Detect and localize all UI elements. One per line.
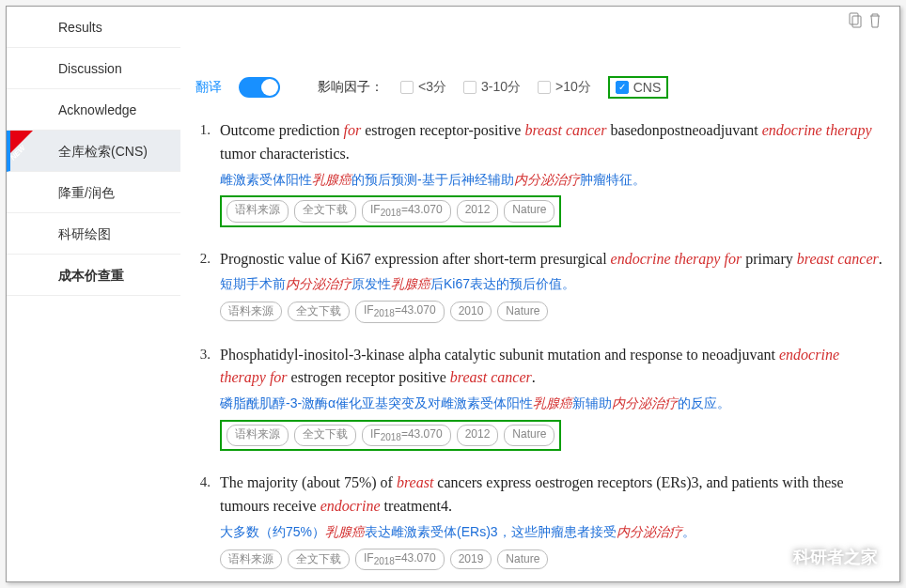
sidebar: ResultsDiscussionAcknowledge全库检索(CNS)NEW… xyxy=(7,7,180,581)
svg-rect-0 xyxy=(850,13,858,24)
result-item: 3. Phosphatidyl-inositol-3-kinase alpha … xyxy=(192,344,883,452)
result-tag[interactable]: 语料来源 xyxy=(220,549,282,569)
sidebar-item-0[interactable]: Results xyxy=(7,7,180,48)
result-translation: 磷脂酰肌醇-3-激酶α催化亚基突变及对雌激素受体阳性乳腺癌新辅助内分泌治疗的反应… xyxy=(220,394,883,414)
sidebar-item-1[interactable]: Discussion xyxy=(7,48,180,89)
result-tag[interactable]: 2019 xyxy=(450,549,492,569)
filter-opt-gt10[interactable]: >10分 xyxy=(538,79,591,96)
result-tag[interactable]: 2010 xyxy=(450,302,492,321)
sidebar-item-5[interactable]: 科研绘图 xyxy=(7,213,180,255)
filter-opt-cns[interactable]: CNS xyxy=(616,80,662,95)
filter-bar: 翻译 影响因子： <3分 3-10分 >10分 CNS xyxy=(192,76,883,99)
result-number: 3. xyxy=(192,344,211,452)
result-item: 1. Outcome prediction for estrogen recep… xyxy=(192,119,883,227)
tags-highlight-box: 语料来源全文下载IF2018=43.0702012Nature xyxy=(220,420,561,451)
result-tags: 语料来源全文下载IF2018=43.0702012Nature xyxy=(220,420,883,451)
cns-highlight-box: CNS xyxy=(608,76,669,99)
tags-highlight-box: 语料来源全文下载IF2018=43.0702012Nature xyxy=(220,195,561,226)
results-list: 1. Outcome prediction for estrogen recep… xyxy=(192,119,883,570)
result-tag[interactable]: 全文下载 xyxy=(288,549,350,569)
result-tag[interactable]: 全文下载 xyxy=(288,302,350,321)
result-number: 2. xyxy=(192,248,211,323)
app-frame: ResultsDiscussionAcknowledge全库检索(CNS)NEW… xyxy=(6,6,900,582)
sidebar-item-3[interactable]: 全库检索(CNS)NEW xyxy=(7,131,180,172)
result-tags: 语料来源全文下载IF2018=43.0702019Nature xyxy=(220,549,883,570)
result-item: 2. Prognostic value of Ki67 expression a… xyxy=(192,248,883,323)
result-number: 4. xyxy=(192,472,211,570)
result-title[interactable]: The majority (about 75%) of breast cance… xyxy=(220,472,883,518)
result-title[interactable]: Prognostic value of Ki67 expression afte… xyxy=(220,248,883,271)
sidebar-item-2[interactable]: Acknowledge xyxy=(7,89,180,131)
filter-opt-lt3[interactable]: <3分 xyxy=(400,79,446,96)
result-number: 1. xyxy=(192,119,211,227)
result-title[interactable]: Phosphatidyl-inositol-3-kinase alpha cat… xyxy=(220,344,883,391)
result-translation: 短期手术前内分泌治疗原发性乳腺癌后Ki67表达的预后价值。 xyxy=(220,274,883,295)
result-tag[interactable]: 语料来源 xyxy=(220,302,282,321)
result-tag[interactable]: Nature xyxy=(497,549,548,569)
result-tag[interactable]: IF2018=43.070 xyxy=(362,425,451,446)
result-tag[interactable]: 2012 xyxy=(457,200,499,222)
main-panel: 翻译 影响因子： <3分 3-10分 >10分 CNS 1. Outcome p… xyxy=(180,7,899,581)
new-badge: NEW xyxy=(10,131,33,153)
result-translation: 雌激素受体阳性乳腺癌的预后预测-基于后神经辅助内分泌治疗肿瘤特征。 xyxy=(220,170,883,191)
svg-rect-1 xyxy=(852,16,861,27)
result-tag[interactable]: 全文下载 xyxy=(294,200,356,222)
top-toolbar xyxy=(192,7,883,59)
sidebar-item-4[interactable]: 降重/润色 xyxy=(7,172,180,213)
result-tag[interactable]: Nature xyxy=(497,302,548,321)
if-label: 影响因子： xyxy=(318,79,383,96)
translate-toggle[interactable] xyxy=(239,77,280,98)
result-translation: 大多数（约75%）乳腺癌表达雌激素受体(ERs)3，这些肿瘤患者接受内分泌治疗。 xyxy=(220,522,883,543)
result-title[interactable]: Outcome prediction for estrogen receptor… xyxy=(220,119,883,166)
result-tags: 语料来源全文下载IF2018=43.0702010Nature xyxy=(220,301,883,322)
result-tag[interactable]: IF2018=43.070 xyxy=(362,200,451,222)
result-tag[interactable]: IF2018=43.070 xyxy=(355,549,445,570)
result-tag[interactable]: 语料来源 xyxy=(226,425,289,446)
sidebar-item-6[interactable]: 成本价查重 xyxy=(7,255,180,296)
result-tag[interactable]: 语料来源 xyxy=(226,200,289,222)
filter-opt-3to10[interactable]: 3-10分 xyxy=(463,79,521,96)
result-tag[interactable]: 2012 xyxy=(457,425,499,446)
result-tag[interactable]: 全文下载 xyxy=(294,425,356,446)
result-tag[interactable]: Nature xyxy=(504,200,555,222)
trash-icon[interactable] xyxy=(867,12,883,33)
result-tags: 语料来源全文下载IF2018=43.0702012Nature xyxy=(220,195,883,226)
result-item: 4. The majority (about 75%) of breast ca… xyxy=(192,472,883,570)
result-tag[interactable]: IF2018=43.070 xyxy=(355,301,445,322)
copy-icon[interactable] xyxy=(847,12,862,33)
translate-label: 翻译 xyxy=(195,79,222,96)
result-tag[interactable]: Nature xyxy=(504,425,555,446)
